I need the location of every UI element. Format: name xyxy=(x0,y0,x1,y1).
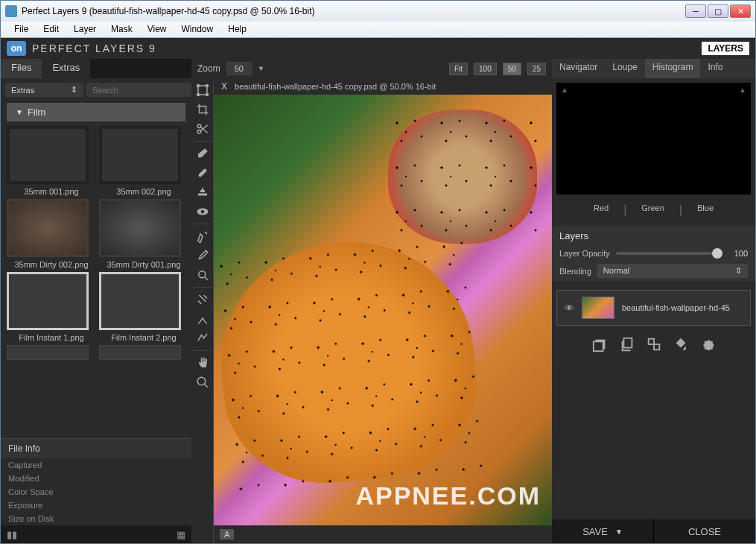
chisel-tool-icon[interactable] xyxy=(194,291,212,309)
brush-tool-icon[interactable] xyxy=(194,247,212,265)
histogram-right-arrow-icon[interactable]: ▲ xyxy=(739,86,746,94)
gear-icon[interactable] xyxy=(699,336,716,355)
zoom-tool-icon[interactable] xyxy=(194,373,212,391)
layer-thumbnail xyxy=(582,297,614,319)
titlebar: Perfect Layers 9 (beautiful-fish-wallpap… xyxy=(1,1,755,22)
thumb-item[interactable] xyxy=(99,345,188,363)
opacity-value[interactable]: 100 xyxy=(728,249,748,258)
menu-window[interactable]: Window xyxy=(174,22,221,37)
image-content xyxy=(388,110,537,244)
thumb-item[interactable] xyxy=(7,345,96,363)
hand-tool-icon[interactable] xyxy=(194,354,212,372)
titlebar-text: Perfect Layers 9 (beautiful-fish-wallpap… xyxy=(22,6,685,16)
svg-point-5 xyxy=(197,124,201,128)
thumb-item[interactable]: 35mm Dirty 002.png xyxy=(7,199,96,269)
crop-tool-icon[interactable] xyxy=(194,101,212,118)
tab-extras[interactable]: Extras xyxy=(42,59,90,78)
layer-item[interactable]: 👁 beautiful-fish-wallpaper-hd-45 xyxy=(556,290,751,326)
opacity-slider[interactable] xyxy=(616,252,722,255)
grid-view-icon[interactable]: ▦ xyxy=(177,529,185,540)
thumb-item[interactable]: 35mm 001.png xyxy=(7,126,96,196)
menubar: File Edit Layer Mask View Window Help xyxy=(1,22,755,38)
tab-files[interactable]: Files xyxy=(1,59,42,78)
blend-mode-select[interactable]: Normal⇕ xyxy=(597,264,748,278)
bucket-tool-icon[interactable] xyxy=(194,266,212,284)
search-input[interactable] xyxy=(86,83,201,97)
tab-navigator[interactable]: Navigator xyxy=(552,59,605,78)
chevron-down-icon[interactable]: ▼ xyxy=(258,65,264,72)
color-fill-icon[interactable] xyxy=(673,336,689,355)
mask-brush-tool-icon[interactable] xyxy=(194,227,212,245)
zoom-50-button[interactable]: 50 xyxy=(503,63,521,75)
rgb-readout: Red | Green | Blue xyxy=(552,199,755,221)
image-content xyxy=(214,232,484,491)
zoom-value-input[interactable]: 50 xyxy=(226,62,252,75)
duplicate-layer-icon[interactable] xyxy=(619,336,635,355)
svg-rect-14 xyxy=(623,338,632,348)
thumbnail-image xyxy=(7,126,89,184)
minimize-button[interactable]: ─ xyxy=(685,4,706,18)
thumb-item[interactable]: Film Instant 1.png xyxy=(7,272,96,342)
thumbnail-image xyxy=(7,199,89,257)
visibility-eye-icon[interactable]: 👁 xyxy=(565,303,574,314)
maximize-button[interactable]: ▢ xyxy=(708,4,728,18)
menu-mask[interactable]: Mask xyxy=(104,22,140,37)
save-button[interactable]: SAVE ▼ xyxy=(552,519,654,543)
close-document-icon[interactable]: X xyxy=(221,81,227,92)
slider-handle[interactable] xyxy=(712,248,722,259)
new-layer-icon[interactable] xyxy=(592,336,609,355)
chevron-updown-icon: ⇕ xyxy=(71,85,77,95)
menu-help[interactable]: Help xyxy=(220,22,254,37)
zoom-100-button[interactable]: 100 xyxy=(474,63,497,75)
rgb-red: Red xyxy=(594,203,609,217)
canvas-image[interactable]: APPNEE.COM xyxy=(214,95,552,525)
menu-view[interactable]: View xyxy=(140,22,174,37)
histogram-left-arrow-icon[interactable]: ▲ xyxy=(561,86,568,94)
svg-point-9 xyxy=(200,210,204,214)
menu-layer[interactable]: Layer xyxy=(66,22,104,37)
transform-tool-icon[interactable] xyxy=(194,81,212,99)
center-panel: Zoom 50 ▼ Fit 100 50 25 xyxy=(191,59,552,543)
thumbnail-image xyxy=(99,126,181,184)
clone-stamp-tool-icon[interactable] xyxy=(194,183,212,201)
svg-rect-7 xyxy=(197,168,207,178)
extras-thumbnails[interactable]: 35mm 001.png 35mm 002.png 35mm Dirty 002… xyxy=(1,123,191,438)
zoom-25-button[interactable]: 25 xyxy=(527,63,546,75)
column-view-icon[interactable]: ▮▮ xyxy=(7,529,17,540)
svg-point-3 xyxy=(197,94,199,96)
thumbnail-image xyxy=(99,199,181,257)
merge-layer-icon[interactable] xyxy=(646,336,662,355)
document-title: beautiful-fish-wallpaper-hd-45 copy.psd … xyxy=(235,82,436,91)
heal-tool-icon[interactable] xyxy=(194,164,212,182)
app-header: on PERFECT LAYERS 9 LAYERS xyxy=(1,38,755,59)
app-icon xyxy=(5,5,17,17)
footer-mode-indicator[interactable]: A xyxy=(220,529,234,540)
zoom-fit-button[interactable]: Fit xyxy=(449,63,468,75)
menu-file[interactable]: File xyxy=(7,22,36,37)
blur-tool-icon[interactable] xyxy=(194,310,212,328)
close-window-button[interactable]: ✕ xyxy=(730,4,751,18)
thumbnail-image xyxy=(7,272,89,330)
extras-filter-select[interactable]: Extras⇕ xyxy=(5,83,83,97)
layer-name: beautiful-fish-wallpaper-hd-45 xyxy=(622,303,730,312)
eraser-tool-icon[interactable] xyxy=(194,145,212,162)
tools-toolbar xyxy=(191,78,214,543)
file-info-captured: Captured xyxy=(1,458,191,472)
close-button[interactable]: CLOSE xyxy=(654,519,755,543)
thumb-item[interactable]: Film Instant 2.png xyxy=(99,272,188,342)
layers-mode-button[interactable]: LAYERS xyxy=(702,42,749,55)
svg-rect-16 xyxy=(654,344,659,350)
thumb-item[interactable]: 35mm Dirty 001.png xyxy=(99,199,188,269)
file-info-panel: File Info Captured Modified Color Space … xyxy=(1,438,191,525)
menu-edit[interactable]: Edit xyxy=(36,22,66,37)
svg-rect-13 xyxy=(593,341,603,351)
zoom-label: Zoom xyxy=(197,63,220,74)
redeye-tool-icon[interactable] xyxy=(194,203,212,221)
thumb-item[interactable]: 35mm 002.png xyxy=(99,126,188,196)
category-film[interactable]: ▼ Film xyxy=(7,103,185,121)
tab-histogram[interactable]: Histogram xyxy=(645,59,701,78)
refine-tool-icon[interactable] xyxy=(194,329,212,347)
trim-tool-icon[interactable] xyxy=(194,120,212,138)
tab-info[interactable]: Info xyxy=(700,59,730,78)
tab-loupe[interactable]: Loupe xyxy=(605,59,644,78)
